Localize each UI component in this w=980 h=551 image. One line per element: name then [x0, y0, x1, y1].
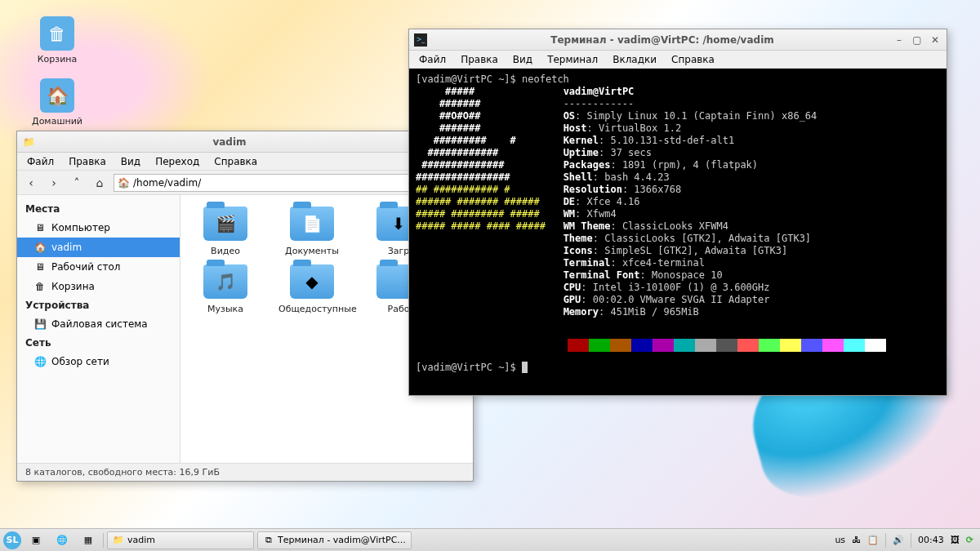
folder-music[interactable]: 🎵Музыка	[192, 264, 259, 314]
statusbar: 8 каталогов, свободного места: 16,9 ГиБ	[17, 463, 473, 481]
task-label: Терминал - vadim@VirtPC...	[278, 535, 406, 545]
folder-label: Общедоступные	[278, 304, 345, 314]
terminal-output[interactable]: [vadim@VirtPC ~]$ neofetch ##### vadim@V…	[409, 69, 947, 395]
sidebar-item-label: vadim	[51, 242, 82, 253]
menu-файл[interactable]: Файл	[20, 154, 60, 169]
network-icon: 🌐	[33, 355, 47, 368]
menu-справка[interactable]: Справка	[207, 154, 264, 169]
sidebar-item-label: Рабочий стол	[51, 261, 120, 273]
sidebar-item-network[interactable]: 🌐Обзор сети	[17, 352, 180, 371]
back-button[interactable]: ‹	[22, 174, 40, 192]
folder-icon: 📁	[22, 136, 35, 149]
sidebar-item-computer[interactable]: 🖥Компьютер	[17, 218, 180, 238]
start-button[interactable]: SL	[3, 531, 21, 549]
menu-вкладки[interactable]: Вкладки	[606, 52, 663, 67]
sidebar-item-vadim[interactable]: 🏠vadim	[17, 238, 180, 257]
trash-icon: 🗑	[33, 280, 47, 293]
desktop-icon-trash[interactable]: 🗑Корзина	[24, 16, 90, 64]
network-icon[interactable]: 🖧	[852, 535, 861, 545]
home-icon: 🏠	[118, 177, 130, 189]
logout-icon[interactable]: ⟳	[966, 535, 973, 545]
menu-правка[interactable]: Правка	[62, 154, 113, 169]
browser-launcher[interactable]: 🌐	[51, 531, 74, 549]
taskbar: SL ▣ 🌐 ▦ 📁vadim⧉Терминал - vadim@VirtPC.…	[0, 528, 980, 551]
desktop-icon: 🖥	[33, 260, 47, 273]
sidebar-header: Устройства	[17, 296, 180, 314]
up-button[interactable]: ˄	[68, 174, 86, 192]
close-button[interactable]: ✕	[929, 33, 942, 47]
folder-label: Видео	[192, 246, 259, 256]
clipboard-icon[interactable]: 📋	[867, 535, 879, 545]
workspace-switcher[interactable]: ▦	[77, 531, 100, 549]
folder-label: Документы	[278, 246, 345, 256]
sidebar-item-label: Компьютер	[51, 222, 110, 233]
term-title: Терминал - vadim@VirtPC: /home/vadim	[432, 34, 893, 46]
fm-task[interactable]: 📁vadim	[107, 531, 254, 549]
tray-app-icon[interactable]: 🖼	[951, 535, 960, 545]
menu-вид[interactable]: Вид	[506, 52, 539, 67]
forward-button[interactable]: ›	[45, 174, 63, 192]
fm-title: vadim	[40, 136, 419, 148]
sidebar-item-filesystem[interactable]: 💾Файловая система	[17, 314, 180, 334]
sidebar-item-label: Обзор сети	[51, 356, 109, 367]
keyboard-layout[interactable]: us	[835, 535, 845, 545]
menu-справка[interactable]: Справка	[665, 52, 721, 67]
folder-videos[interactable]: 🎬Видео	[192, 207, 259, 256]
folder-label: Музыка	[192, 304, 259, 314]
task-label: vadim	[127, 535, 155, 545]
menu-вид[interactable]: Вид	[114, 154, 147, 169]
sidebar-header: Сеть	[17, 334, 180, 352]
vadim-icon: 🏠	[33, 241, 47, 254]
menu-терминал[interactable]: Терминал	[541, 52, 604, 67]
folder-documents[interactable]: 📄Документы	[278, 207, 345, 256]
filesystem-icon: 💾	[33, 318, 47, 331]
menu-файл[interactable]: Файл	[412, 52, 452, 67]
path-text: /home/vadim/	[133, 177, 201, 189]
show-desktop-button[interactable]: ▣	[24, 531, 47, 549]
minimize-button[interactable]: –	[893, 33, 906, 47]
folder-public[interactable]: ◆Общедоступные	[278, 264, 345, 314]
menu-правка[interactable]: Правка	[454, 52, 505, 67]
clock[interactable]: 00:43	[918, 535, 944, 545]
volume-icon[interactable]: 🔊	[893, 535, 904, 545]
sidebar-header: Места	[17, 200, 180, 218]
sidebar-item-trash[interactable]: 🗑Корзина	[17, 277, 180, 296]
terminal-icon: >_	[414, 33, 427, 47]
term-task[interactable]: ⧉Терминал - vadim@VirtPC...	[257, 531, 412, 549]
sidebar-item-label: Корзина	[51, 281, 95, 292]
menu-переход[interactable]: Переход	[149, 154, 206, 169]
home-button[interactable]: ⌂	[91, 174, 109, 192]
maximize-button[interactable]: ▢	[911, 33, 924, 47]
computer-icon: 🖥	[33, 221, 47, 234]
desktop-icon-home[interactable]: 🏠Домашний	[24, 78, 90, 127]
sidebar-item-label: Файловая система	[51, 318, 148, 330]
sidebar-item-desktop[interactable]: 🖥Рабочий стол	[17, 257, 180, 277]
